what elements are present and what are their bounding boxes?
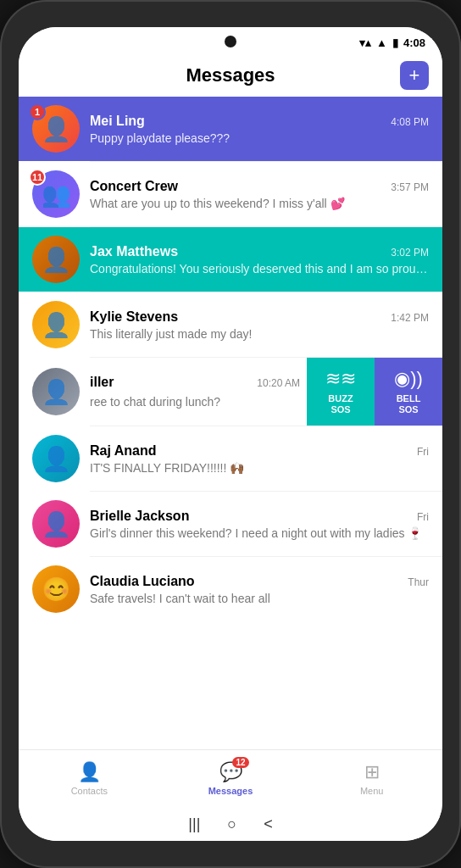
message-time: Fri — [417, 446, 429, 458]
message-top-row: Raj Anand Fri — [90, 443, 429, 459]
message-preview: Puppy playdate please??? — [90, 131, 429, 145]
message-item-jax-matthews[interactable]: 👤 Jax Matthews 3:02 PM Congratulations! … — [19, 227, 442, 292]
messages-nav-label: Messages — [208, 786, 253, 796]
message-time: 3:57 PM — [391, 181, 429, 193]
nav-contacts[interactable]: 👤 Contacts — [19, 761, 160, 796]
message-preview: Girl's dinner this weekend? I need a nig… — [90, 526, 429, 540]
sos-row-miller: 👤 iller 10:20 AM ree to chat during lunc… — [19, 358, 442, 426]
contacts-label: Contacts — [71, 786, 108, 796]
wifi-icon: ▾▴ — [359, 36, 371, 49]
sender-name: Mei Ling — [90, 114, 145, 129]
message-preview-miller: ree to chat during lunch? — [90, 395, 300, 409]
message-top-row: Mei Ling 4:08 PM — [90, 114, 429, 129]
avatar-wrap-claudia: 😊 — [32, 565, 80, 613]
message-preview: Safe travels! I can't wait to hear all — [90, 592, 429, 605]
avatar-wrap-mei-ling: 👤 1 — [32, 105, 80, 153]
message-time: 1:42 PM — [391, 312, 429, 324]
home-button[interactable]: ○ — [227, 815, 236, 833]
message-preview: This literally just made my day! — [90, 327, 429, 341]
message-preview: Congratulations! You seriously deserved … — [90, 262, 429, 275]
sender-name-miller: iller — [90, 375, 114, 390]
back-button[interactable]: < — [264, 815, 273, 833]
avatar-wrap-jax-matthews: 👤 — [32, 236, 80, 283]
avatar-wrap-miller: 👤 — [32, 368, 80, 415]
sender-name: Raj Anand — [90, 443, 157, 459]
message-content-brielle: Brielle Jackson Fri Girl's dinner this w… — [90, 509, 429, 540]
message-content-kylie-stevens: Kylie Stevens 1:42 PM This literally jus… — [90, 309, 429, 341]
message-time: Thur — [408, 576, 429, 588]
status-right: ▾▴ ▲ ▮ 4:08 — [359, 36, 425, 49]
avatar-wrap-concert-crew: 👥 11 — [32, 170, 80, 218]
buzz-icon: ≋≋ — [325, 368, 356, 390]
messages-nav-wrap: 💬 12 — [219, 761, 242, 783]
avatar-wrap-raj: 👤 — [32, 435, 80, 482]
message-content-concert-crew: Concert Crew 3:57 PM What are you up to … — [90, 179, 429, 210]
page-title: Messages — [186, 64, 275, 86]
signal-icon: ▲ — [376, 36, 387, 49]
app-header: Messages + — [19, 58, 442, 97]
avatar-brielle: 👤 — [32, 500, 80, 548]
recent-apps-button[interactable]: ||| — [188, 815, 200, 833]
avatar-claudia: 😊 — [32, 565, 80, 613]
message-preview: IT'S FINALLY FRIDAY!!!!!! 🙌🏾 — [90, 461, 429, 475]
message-preview: What are you up to this weekend? I miss … — [90, 197, 429, 210]
message-content-jax-matthews: Jax Matthews 3:02 PM Congratulations! Yo… — [90, 244, 429, 275]
message-item-brielle-jackson[interactable]: 👤 Brielle Jackson Fri Girl's dinner this… — [19, 492, 442, 556]
home-bar: ||| ○ < — [19, 807, 442, 841]
buzz-sos-label: BUZZSOS — [328, 393, 353, 415]
message-time: 4:08 PM — [391, 116, 429, 128]
camera-notch — [225, 36, 236, 47]
buzz-sos-button[interactable]: ≋≋ BUZZSOS — [307, 358, 375, 426]
sender-name: Jax Matthews — [90, 244, 178, 259]
status-bar: ▾▴ ▲ ▮ 4:08 — [19, 27, 442, 58]
sender-name: Kylie Stevens — [90, 309, 178, 325]
avatar-miller: 👤 — [32, 368, 80, 415]
message-content-raj: Raj Anand Fri IT'S FINALLY FRIDAY!!!!!! … — [90, 443, 429, 475]
bell-sos-label: BELLSOS — [397, 393, 421, 415]
messages-nav-badge: 12 — [232, 757, 248, 768]
message-top-row: Brielle Jackson Fri — [90, 509, 429, 524]
message-time-miller: 10:20 AM — [257, 377, 300, 389]
message-top-row: Claudia Luciano Thur — [90, 574, 429, 589]
message-item-mei-ling[interactable]: 👤 1 Mei Ling 4:08 PM Puppy playdate plea… — [19, 97, 442, 161]
sender-name: Claudia Luciano — [90, 574, 195, 589]
avatar-jax-matthews: 👤 — [32, 236, 80, 283]
phone-frame: ▾▴ ▲ ▮ 4:08 Messages + 👤 1 — [0, 0, 461, 868]
avatar-kylie-stevens: 👤 — [32, 301, 80, 348]
message-item-concert-crew[interactable]: 👥 11 Concert Crew 3:57 PM What are you u… — [19, 162, 442, 226]
unread-badge-mei-ling: 1 — [29, 103, 46, 120]
sender-name: Concert Crew — [90, 179, 178, 194]
phone-screen: ▾▴ ▲ ▮ 4:08 Messages + 👤 1 — [19, 27, 442, 841]
avatar-wrap-kylie-stevens: 👤 — [32, 301, 80, 348]
sos-buttons: ≋≋ BUZZSOS ◉)) BELLSOS — [307, 358, 442, 426]
message-top-row: Kylie Stevens 1:42 PM — [90, 309, 429, 325]
bell-sos-button[interactable]: ◉)) BELLSOS — [375, 358, 442, 426]
messages-list: 👤 1 Mei Ling 4:08 PM Puppy playdate plea… — [19, 97, 442, 749]
message-time: Fri — [417, 511, 429, 523]
menu-icon: ⊞ — [364, 761, 380, 783]
message-item-raj-anand[interactable]: 👤 Raj Anand Fri IT'S FINALLY FRIDAY!!!!!… — [19, 426, 442, 491]
bottom-nav: 👤 Contacts 💬 12 Messages ⊞ Menu — [19, 749, 442, 807]
message-item-kylie-stevens[interactable]: 👤 Kylie Stevens 1:42 PM This literally j… — [19, 292, 442, 357]
message-top-row: Jax Matthews 3:02 PM — [90, 244, 429, 259]
unread-badge-concert-crew: 11 — [29, 169, 46, 186]
plus-icon: + — [409, 66, 420, 85]
message-item-claudia-luciano[interactable]: 😊 Claudia Luciano Thur Safe travels! I c… — [19, 557, 442, 621]
bell-icon: ◉)) — [394, 368, 423, 390]
contacts-icon: 👤 — [78, 761, 101, 783]
avatar-raj: 👤 — [32, 435, 80, 482]
message-top-row: Concert Crew 3:57 PM — [90, 179, 429, 194]
time-display: 4:08 — [403, 36, 425, 49]
nav-messages[interactable]: 💬 12 Messages — [160, 761, 302, 796]
sender-name: Brielle Jackson — [90, 509, 189, 524]
message-time: 3:02 PM — [391, 247, 429, 259]
menu-label: Menu — [360, 786, 384, 796]
sos-message-content: iller 10:20 AM ree to chat during lunch? — [90, 366, 300, 417]
battery-icon: ▮ — [392, 36, 398, 49]
avatar-wrap-brielle: 👤 — [32, 500, 80, 548]
add-message-button[interactable]: + — [400, 61, 429, 90]
message-content-mei-ling: Mei Ling 4:08 PM Puppy playdate please??… — [90, 114, 429, 145]
message-content-claudia: Claudia Luciano Thur Safe travels! I can… — [90, 574, 429, 605]
nav-menu[interactable]: ⊞ Menu — [301, 761, 442, 796]
